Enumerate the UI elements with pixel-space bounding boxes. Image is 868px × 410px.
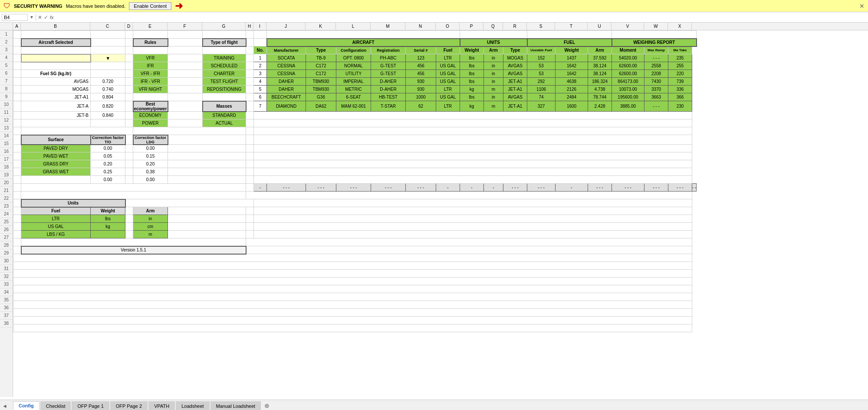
row-num-35: 35 xyxy=(0,296,13,304)
type-repositioning[interactable]: REPOSITIONING xyxy=(203,86,246,93)
row-num-5: 5 xyxy=(0,62,13,69)
rule-vfr[interactable]: VFR xyxy=(133,54,168,62)
col-header-O[interactable]: O xyxy=(436,23,460,30)
row-35 xyxy=(13,301,697,309)
col-header-I[interactable]: I xyxy=(253,23,266,30)
row-num-2: 2 xyxy=(0,38,13,46)
row-num-37: 37 xyxy=(0,312,13,320)
type-training[interactable]: TRAINING xyxy=(203,54,246,62)
row-29 xyxy=(13,254,697,262)
col-header-H[interactable]: H xyxy=(246,23,253,30)
col-arm-header: Arm xyxy=(484,46,503,54)
aircraft-dropdown-arrow[interactable]: ▼ xyxy=(91,54,125,62)
col-header-Q[interactable]: Q xyxy=(483,23,503,30)
col-header-N[interactable]: N xyxy=(405,23,436,30)
row-15: PAVED DRY 0.00 0.00 xyxy=(13,145,697,152)
row-28: Version 1.5.1 xyxy=(13,246,697,254)
row-18: GRASS WET 0.25 0.38 xyxy=(13,168,697,176)
col-max-take-header: Ma Take xyxy=(668,46,692,54)
rule-vfr-night[interactable]: VFR NIGHT xyxy=(133,86,168,93)
row-num-28: 28 xyxy=(0,241,13,249)
col-no-header: No. xyxy=(254,46,267,54)
col-weight2-header: Weight xyxy=(556,46,588,54)
security-warning-label: SECURITY WARNING xyxy=(14,3,62,9)
col-header-T[interactable]: T xyxy=(555,23,588,30)
row-34 xyxy=(13,293,697,301)
cell-reference-input[interactable]: B4 xyxy=(2,14,28,21)
row-num-30: 30 xyxy=(0,257,13,265)
row-21 xyxy=(13,192,697,199)
col-header-V[interactable]: V xyxy=(612,23,644,30)
rule-ifr[interactable]: IFR xyxy=(133,62,168,70)
col-configuration-header: Configuration xyxy=(336,46,371,54)
col-type-header: Type xyxy=(306,46,336,54)
row-27 xyxy=(13,238,697,246)
row-num-32: 32 xyxy=(0,273,13,281)
col-header-F[interactable]: F xyxy=(168,23,202,30)
col-header-S[interactable]: S xyxy=(527,23,555,30)
row-13 xyxy=(13,127,697,135)
row-5: IFR SCHEDULED 2 CESSNA C172 NORMAL G-TES… xyxy=(13,62,697,70)
type-scheduled[interactable]: SCHEDULED xyxy=(203,62,246,70)
cell-options-icon[interactable]: ▼ xyxy=(30,15,34,20)
row-num-27: 27 xyxy=(0,234,13,241)
col-header-J[interactable]: J xyxy=(266,23,306,30)
col-header-W[interactable]: W xyxy=(644,23,668,30)
row-num-1: 1 xyxy=(0,30,13,38)
row-3: No. Manufacturer Type Configuration Regi… xyxy=(13,46,697,54)
close-security-bar[interactable]: ✕ xyxy=(859,3,865,10)
fuel-section-header: FUEL xyxy=(527,39,612,46)
grid-area: Aircraft Selected Rules Type of flight xyxy=(13,30,868,397)
row-num-14: 14 xyxy=(0,132,13,140)
col-header-X[interactable]: X xyxy=(668,23,692,30)
col-header-D[interactable]: D xyxy=(125,23,133,30)
row-24: LTR lbs in xyxy=(13,215,697,223)
col-fuel-header: Fuel xyxy=(436,46,460,54)
col-header-A[interactable]: A xyxy=(13,23,21,30)
col-header-L[interactable]: L xyxy=(336,23,371,30)
version-label: Version 1.5.1 xyxy=(21,246,246,254)
row-num-12: 12 xyxy=(0,116,13,124)
security-warning-bar: 🛡 SECURITY WARNING Macros have been disa… xyxy=(0,0,868,12)
col-header-U[interactable]: U xyxy=(588,23,612,30)
row-25: US GAL kg cm xyxy=(13,223,697,231)
col-header-M[interactable]: M xyxy=(371,23,405,30)
col-header-R[interactable]: R xyxy=(503,23,527,30)
col-registration-header: Registration xyxy=(371,46,406,54)
spreadsheet-table: Aircraft Selected Rules Type of flight xyxy=(13,30,697,332)
formula-bar: B4 ▼ ✕ ✓ fx xyxy=(0,12,868,23)
row-31 xyxy=(13,270,697,278)
row-9: JET-A1 0.804 6 BEECHCRAFT G36 6-SEAT HB-… xyxy=(13,93,697,101)
row-17: GRASS DRY 0.20 0.20 xyxy=(13,160,697,168)
row-num-6: 6 xyxy=(0,69,13,77)
col-header-C[interactable]: C xyxy=(90,23,125,30)
rules-header: Rules xyxy=(133,39,168,46)
col-header-K[interactable]: K xyxy=(306,23,336,30)
row-num-21: 21 xyxy=(0,187,13,195)
separator xyxy=(36,14,36,21)
col-header-G[interactable]: G xyxy=(202,23,246,30)
row-16: PAVED WET 0.05 0.15 xyxy=(13,152,697,160)
col-max-ramp-header: Max Ramp xyxy=(644,46,668,54)
col-moment-header: Moment xyxy=(612,46,644,54)
type-charter[interactable]: CHARTER xyxy=(203,70,246,78)
aircraft-selected-input[interactable] xyxy=(21,54,91,62)
row-num-18: 18 xyxy=(0,163,13,171)
cancel-icon[interactable]: ✕ xyxy=(38,14,42,20)
enable-content-button[interactable]: Enable Content xyxy=(129,2,171,10)
row-num-23: 23 xyxy=(0,202,13,210)
type-test-flight[interactable]: TEST FLIGHT xyxy=(203,78,246,86)
row-num-29: 29 xyxy=(0,249,13,257)
col-header-E[interactable]: E xyxy=(133,23,168,30)
col-serial-header: Serial # xyxy=(406,46,436,54)
row-19: 0.00 0.00 xyxy=(13,176,697,184)
confirm-icon[interactable]: ✓ xyxy=(44,14,48,20)
col-weight-header: Weight xyxy=(460,46,484,54)
rule-vfr-ifr[interactable]: VFR - IFR xyxy=(133,70,168,78)
row-10: JET-A 0.820 Best economy/power Masses 7 … xyxy=(13,101,697,112)
formula-input[interactable] xyxy=(55,14,866,20)
row-4: ▼ VFR TRAINING 1 SOCATA TB-9 OPT. 0800 P… xyxy=(13,54,697,62)
col-header-P[interactable]: P xyxy=(460,23,483,30)
rule-ifr-vfr[interactable]: IFR - VFR xyxy=(133,78,168,86)
col-header-B[interactable]: B xyxy=(21,23,90,30)
